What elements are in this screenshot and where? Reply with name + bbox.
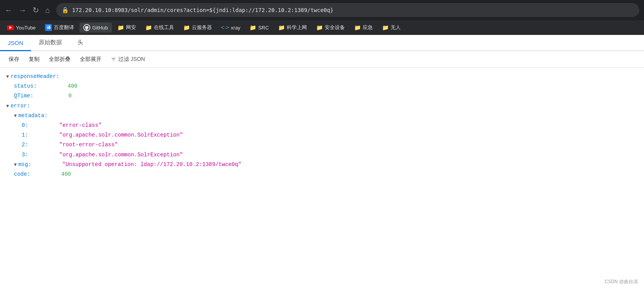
content-area: JSON 原始数据 头 保存 复制 全部折叠 全部展开 过滤 JSON ▼ re…	[0, 35, 644, 183]
response-header-line: ▼ responseHeader:	[6, 72, 638, 81]
val-code: 400	[61, 170, 71, 179]
val-meta-1: "org.apache.solr.common.SolrException"	[59, 130, 183, 140]
tab-rawdata[interactable]: 原始数据	[31, 35, 70, 51]
bookmark-label: 应急	[363, 24, 373, 31]
tab-json[interactable]: JSON	[0, 36, 31, 51]
address-bar[interactable]: 🔒 172.20.10.10:8983/solr/admin/cores?act…	[56, 3, 639, 17]
bookmark-label: 网安	[126, 24, 136, 31]
json-toolbar: 保存 复制 全部折叠 全部展开 过滤 JSON	[0, 51, 644, 68]
folder-icon: 📁	[382, 24, 389, 31]
copy-button[interactable]: 复制	[25, 54, 43, 64]
key-meta-1: 1:	[22, 130, 28, 140]
refresh-button[interactable]: ↻	[33, 6, 39, 14]
meta-0-line: 0: "error-class"	[6, 121, 638, 130]
save-button[interactable]: 保存	[5, 54, 23, 64]
bookmark-src[interactable]: 📁 SRC	[246, 23, 272, 32]
key-meta-2: 2:	[22, 140, 28, 150]
bookmark-anquanshebei[interactable]: 📁 安全设备	[312, 22, 349, 33]
meta-3-line: 3: "org.apache.solr.common.SolrException…	[6, 150, 638, 160]
bookmark-yunserver[interactable]: 📁 云服务器	[179, 22, 216, 33]
val-meta-3: "org.apache.solr.common.SolrException"	[59, 150, 183, 160]
xray-icon: <·>	[221, 24, 229, 31]
key-code: code:	[14, 170, 30, 179]
bookmark-label: 百度翻译	[54, 24, 74, 31]
bookmark-wangan[interactable]: 📁 网安	[114, 22, 140, 33]
bookmark-label: 安全设备	[325, 24, 345, 31]
code-line: code: 400	[6, 170, 638, 179]
github-icon	[83, 24, 90, 31]
key-msg: msg:	[18, 160, 31, 170]
collapse-responseheader[interactable]: ▼	[6, 73, 9, 81]
val-qtime: 0	[68, 91, 71, 101]
collapse-metadata[interactable]: ▼	[14, 112, 17, 121]
bookmark-github[interactable]: GitHub	[79, 22, 112, 33]
lock-icon: 🔒	[62, 7, 69, 14]
key-qtime: QTime:	[14, 91, 33, 101]
url-text: 172.20.10.10:8983/solr/admin/cores?actio…	[72, 7, 333, 13]
msg-line: ▼ msg: "Unsupported operation: ldap://17…	[6, 160, 638, 170]
bookmark-label: 无人	[391, 24, 401, 31]
key-meta-3: 3:	[22, 150, 28, 160]
bookmark-label: SRC	[258, 25, 269, 31]
folder-icon: 📁	[316, 24, 323, 31]
filter-button[interactable]: 过滤 JSON	[107, 54, 149, 64]
key-meta-0: 0:	[22, 121, 28, 130]
folder-icon: 📁	[145, 24, 152, 31]
val-status: 400	[68, 81, 77, 91]
key-metadata: metadata:	[18, 111, 48, 121]
forward-button[interactable]: →	[19, 6, 26, 14]
key-status: status:	[14, 81, 37, 91]
bookmark-label: 云服务器	[192, 24, 212, 31]
val-msg: "Unsupported operation: ldap://172.20.10…	[62, 160, 241, 170]
collapse-error[interactable]: ▼	[6, 102, 9, 111]
val-meta-2: "root-error-class"	[59, 140, 118, 150]
bookmark-kexue[interactable]: 📁 科学上网	[274, 22, 311, 33]
bookmark-yingji[interactable]: 📁 应急	[350, 22, 377, 33]
filter-icon	[111, 57, 116, 62]
qtime-line: QTime: 0	[6, 91, 638, 101]
folder-icon: 📁	[117, 24, 124, 31]
json-tabs: JSON 原始数据 头	[0, 35, 644, 51]
folder-icon: 📁	[183, 24, 190, 31]
bookmark-label: 在线工具	[154, 24, 174, 31]
bookmark-label: GitHub	[92, 25, 108, 31]
metadata-line: ▼ metadata:	[6, 111, 638, 121]
bookmark-xray[interactable]: <·> xray	[217, 23, 245, 32]
meta-1-line: 1: "org.apache.solr.common.SolrException…	[6, 130, 638, 140]
back-button[interactable]: ←	[5, 6, 12, 14]
val-meta-0: "error-class"	[59, 121, 102, 130]
bookmark-youtube[interactable]: YouTube	[3, 23, 40, 32]
tab-headers[interactable]: 头	[70, 35, 91, 51]
collapse-all-button[interactable]: 全部折叠	[45, 54, 74, 64]
error-line: ▼ error:	[6, 101, 638, 111]
bookmark-label: 科学上网	[287, 24, 307, 31]
key-error: error:	[10, 101, 30, 111]
filter-label: 过滤 JSON	[118, 56, 145, 63]
expand-all-button[interactable]: 全部展开	[76, 54, 105, 64]
youtube-icon	[7, 25, 14, 30]
json-content: ▼ responseHeader: status: 400 QTime: 0 ▼…	[0, 68, 644, 183]
folder-icon: 📁	[278, 24, 285, 31]
home-button[interactable]: ⌂	[45, 6, 50, 14]
bookmark-label: xray	[231, 25, 241, 31]
key-responseheader: responseHeader:	[10, 72, 59, 81]
browser-titlebar: ← → ↻ ⌂ 🔒 172.20.10.10:8983/solr/admin/c…	[0, 0, 644, 20]
bookmark-label: YouTube	[16, 25, 36, 31]
bookmarks-bar: YouTube 译 百度翻译 GitHub 📁 网安 📁 在线工具 📁 云服务器…	[0, 20, 644, 35]
bookmark-wuren[interactable]: 📁 无人	[378, 22, 405, 33]
status-line: status: 400	[6, 81, 638, 91]
collapse-msg[interactable]: ▼	[14, 161, 17, 170]
folder-icon: 📁	[354, 24, 361, 31]
bookmark-baidu[interactable]: 译 百度翻译	[41, 22, 78, 33]
meta-2-line: 2: "root-error-class"	[6, 140, 638, 150]
baidu-icon: 译	[45, 24, 52, 31]
bookmark-onlinetool[interactable]: 📁 在线工具	[141, 22, 178, 33]
folder-icon: 📁	[250, 24, 256, 31]
